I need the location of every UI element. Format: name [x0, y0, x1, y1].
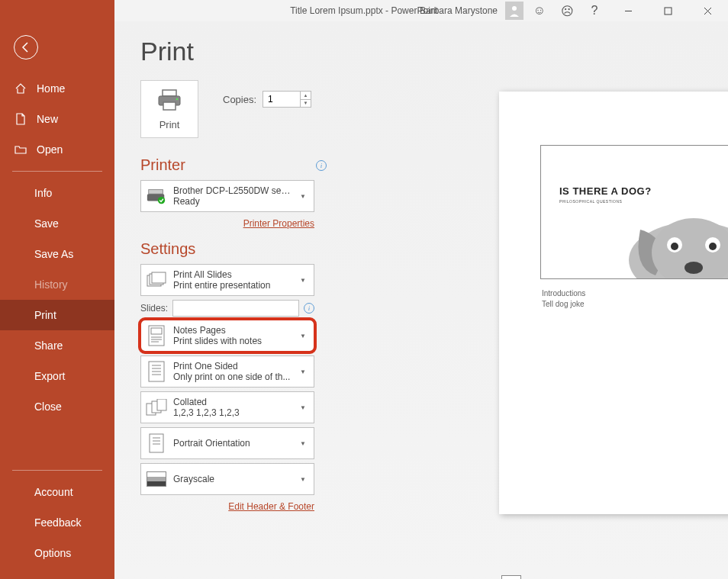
- sidebar-divider: [12, 171, 102, 172]
- current-page-input[interactable]: [501, 575, 521, 579]
- printer-icon: [156, 88, 183, 114]
- nav-save[interactable]: Save: [0, 208, 114, 239]
- collated-icon: [146, 395, 167, 420]
- slides-info-icon[interactable]: i: [304, 303, 314, 314]
- preview-slide: IS THERE A DOG? PHILOSOPHICAL QUESTIONS: [540, 145, 728, 279]
- new-doc-icon: [14, 112, 27, 126]
- nav-home[interactable]: Home: [0, 73, 114, 104]
- feedback-smile-icon[interactable]: ☺: [528, 0, 551, 21]
- nav-label: Open: [37, 143, 63, 156]
- printer-status: Ready: [173, 196, 291, 207]
- copies-spinner[interactable]: ▲ ▼: [263, 91, 311, 108]
- layout-dropdown[interactable]: Notes Pages Print slides with notes ▼: [140, 320, 314, 352]
- chevron-down-icon: ▼: [297, 333, 309, 339]
- user-avatar[interactable]: [505, 2, 523, 20]
- nav-label: New: [37, 113, 58, 125]
- chevron-down-icon: ▼: [297, 368, 309, 375]
- slides-range-input[interactable]: [172, 300, 299, 317]
- backstage-sidebar: Home New Open Info Save Save As History …: [0, 0, 114, 579]
- printer-properties-link[interactable]: Printer Properties: [243, 218, 314, 229]
- chevron-down-icon: ▼: [297, 193, 309, 200]
- nav-feedback[interactable]: Feedback: [0, 507, 114, 538]
- preview-page: IS THERE A DOG? PHILOSOPHICAL QUESTIONS …: [499, 92, 728, 514]
- backstage-main: Print Print Copies: ▲ ▼: [114, 21, 728, 579]
- document-title: Title Lorem Ipsum.pptx - PowerPoint: [290, 5, 438, 16]
- nav-print[interactable]: Print: [0, 300, 114, 330]
- sides-dropdown[interactable]: Print One Sided Only print on one side o…: [140, 355, 314, 388]
- print-preview: IS THERE A DOG? PHILOSOPHICAL QUESTIONS …: [481, 92, 728, 549]
- print-settings-column: Print Copies: ▲ ▼ Printer i: [140, 80, 327, 523]
- preview-notes: Introductions Tell dog joke: [542, 288, 585, 310]
- svg-rect-27: [157, 399, 166, 410]
- svg-point-35: [671, 243, 678, 250]
- copies-up-button[interactable]: ▲: [301, 92, 311, 100]
- nav-account[interactable]: Account: [0, 477, 114, 507]
- slides-range-label: Slides:: [140, 303, 168, 314]
- edit-header-footer-link[interactable]: Edit Header & Footer: [228, 501, 314, 512]
- nav-label: Home: [37, 82, 65, 95]
- svg-point-37: [709, 243, 717, 250]
- settings-heading: Settings: [140, 240, 195, 258]
- notes-page-icon: [146, 323, 167, 348]
- chevron-down-icon: ▼: [297, 476, 309, 483]
- svg-point-38: [685, 262, 703, 274]
- nav-info[interactable]: Info: [0, 178, 114, 208]
- nav-history[interactable]: History: [0, 269, 114, 300]
- user-name[interactable]: Barbara Marystone: [420, 5, 498, 16]
- window-close-button[interactable]: [690, 0, 725, 21]
- sidebar-divider: [12, 470, 102, 471]
- portrait-icon: [146, 431, 167, 455]
- svg-rect-5: [163, 90, 176, 96]
- copies-label: Copies:: [223, 94, 256, 105]
- chevron-down-icon: ▼: [297, 404, 309, 411]
- svg-point-11: [158, 197, 165, 204]
- copies-input[interactable]: [263, 92, 300, 107]
- svg-point-0: [512, 6, 517, 11]
- chevron-down-icon: ▼: [297, 277, 309, 284]
- svg-rect-9: [149, 190, 163, 195]
- window-titlebar: Title Lorem Ipsum.pptx - PowerPoint Barb…: [0, 0, 728, 21]
- nav-options[interactable]: Options: [0, 538, 114, 568]
- print-range-dropdown[interactable]: Print All Slides Print entire presentati…: [140, 264, 314, 296]
- print-button-label: Print: [159, 119, 180, 130]
- window-minimize-button[interactable]: [610, 0, 646, 21]
- dog-image: [610, 199, 728, 279]
- nav-new[interactable]: New: [0, 104, 114, 134]
- svg-point-8: [176, 98, 178, 99]
- svg-rect-28: [150, 434, 163, 452]
- one-sided-icon: [146, 359, 167, 384]
- grayscale-icon: [146, 467, 167, 491]
- svg-rect-14: [152, 272, 166, 283]
- slides-stack-icon: [146, 268, 167, 292]
- chevron-down-icon: ▼: [297, 440, 309, 447]
- printer-heading: Printer: [140, 156, 185, 174]
- collation-dropdown[interactable]: Collated 1,2,3 1,2,3 1,2,3 ▼: [140, 391, 314, 423]
- svg-rect-2: [665, 8, 672, 14]
- slide-title: IS THERE A DOG?: [559, 185, 652, 197]
- back-button[interactable]: [14, 35, 38, 60]
- help-icon[interactable]: ?: [583, 0, 606, 21]
- color-dropdown[interactable]: Grayscale ▼: [140, 463, 314, 495]
- print-button[interactable]: Print: [140, 80, 198, 138]
- nav-close[interactable]: Close: [0, 391, 114, 422]
- feedback-frown-icon[interactable]: ☹: [556, 0, 578, 21]
- home-icon: [14, 82, 27, 95]
- printer-info-icon[interactable]: i: [316, 160, 327, 171]
- printer-status-icon: [146, 184, 167, 208]
- preview-footer: ◀ of 2 ▶ 50% − +: [481, 574, 728, 579]
- printer-name: Brother DCP-L2550DW serie...: [173, 185, 291, 196]
- nav-share[interactable]: Share: [0, 330, 114, 361]
- svg-rect-7: [163, 102, 176, 110]
- window-maximize-button[interactable]: [650, 0, 685, 21]
- printer-dropdown[interactable]: Brother DCP-L2550DW serie... Ready ▼: [140, 180, 314, 212]
- copies-down-button[interactable]: ▼: [301, 100, 311, 108]
- page-title: Print: [114, 21, 728, 80]
- orientation-dropdown[interactable]: Portrait Orientation ▼: [140, 427, 314, 459]
- open-folder-icon: [14, 143, 27, 156]
- nav-save-as[interactable]: Save As: [0, 239, 114, 269]
- nav-export[interactable]: Export: [0, 361, 114, 391]
- nav-open[interactable]: Open: [0, 134, 114, 165]
